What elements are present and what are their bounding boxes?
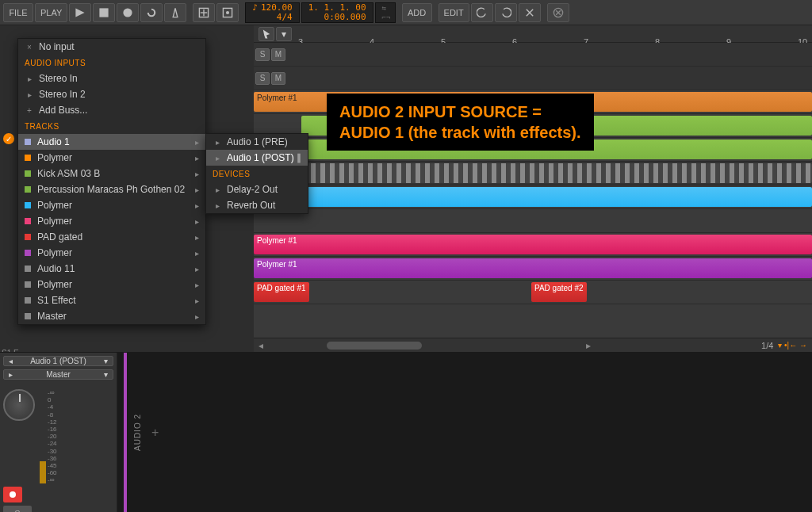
clip-blue[interactable]: Polymer #1: [254, 187, 812, 207]
mute-button[interactable]: M: [271, 48, 285, 61]
add-button[interactable]: ADD: [402, 3, 432, 22]
top-toolbar: FILE PLAY ♪120.00 4/4 1. 1. 1. 00 0:00.0…: [0, 0, 812, 25]
undo-icon[interactable]: [471, 3, 493, 22]
svg-marker-9: [263, 29, 270, 38]
menu-polymer-5[interactable]: Polymer▸: [18, 277, 205, 292]
overdub-icon[interactable]: [193, 3, 215, 22]
menu-polymer-4[interactable]: Polymer▸: [18, 245, 205, 261]
submenu-delay2[interactable]: ▸Delay-2 Out: [206, 181, 308, 197]
menu-polymer-1[interactable]: Polymer▸: [18, 150, 205, 166]
svg-point-7: [226, 10, 229, 13]
zoom-info[interactable]: 1/4: [761, 341, 773, 350]
menu-percussion[interactable]: Percussion Maracas Ph Gothen 02▸: [18, 181, 205, 197]
pan-knob[interactable]: [3, 389, 35, 421]
input-source-menu: ×No input Audio Inputs ▸Stereo In ▸Stere…: [17, 38, 206, 325]
arrangement-area: ▾ 3 4 5 6 7 8 9 10 S M S M: [254, 25, 812, 352]
solo-button-large[interactable]: S: [3, 506, 32, 512]
bottom-panel: ◂Audio 1 (POST)▾ ▸Master▾ -∞ 0 -4 -8 -12…: [0, 352, 812, 512]
menu-section-audio-inputs: Audio Inputs: [18, 55, 205, 71]
record-icon[interactable]: [117, 3, 139, 22]
play-label-button[interactable]: PLAY: [35, 3, 67, 22]
punch-display[interactable]: ⇆ ⌐¬: [375, 2, 396, 23]
menu-stereo-in-2[interactable]: ▸Stereo In 2: [18, 86, 205, 102]
audio1-submenu: ▸Audio 1 (PRE) ▸Audio 1 (POST)∥ Devices …: [205, 133, 308, 214]
cut-icon[interactable]: [519, 3, 541, 22]
solo-button[interactable]: S: [255, 72, 270, 85]
position-display[interactable]: 1. 1. 1. 00 0:00.000: [301, 2, 373, 23]
loop-icon[interactable]: [140, 3, 163, 22]
tracks-area[interactable]: S M S M Polymer #1: [254, 43, 812, 338]
menu-add-buss[interactable]: +Add Buss...: [18, 102, 205, 118]
tool-dropdown-icon[interactable]: ▾: [276, 27, 292, 41]
submenu-reverb[interactable]: ▸Reverb Out: [206, 197, 308, 213]
submenu-section-devices: Devices: [206, 166, 308, 181]
device-chain-area[interactable]: AUDIO 2 +: [117, 353, 812, 512]
menu-audio-1[interactable]: Audio 1▸: [18, 134, 205, 150]
submenu-audio1-post[interactable]: ▸Audio 1 (POST)∥: [206, 150, 308, 166]
automation-write-icon[interactable]: [216, 3, 239, 22]
horizontal-scrollbar[interactable]: ◂ ▸ 1/4 ▾ •|← →: [254, 338, 812, 352]
mute-button[interactable]: M: [271, 72, 285, 85]
menu-polymer-3[interactable]: Polymer▸: [18, 213, 205, 229]
menu-kick[interactable]: Kick ASM 03 B▸: [18, 166, 205, 181]
clip-pad-gated-1[interactable]: PAD gated #1: [254, 282, 309, 302]
menu-polymer-2[interactable]: Polymer▸: [18, 197, 205, 213]
metronome-icon[interactable]: [164, 3, 186, 22]
level-meter: [40, 396, 46, 483]
timeline-ruler[interactable]: ▾ 3 4 5 6 7 8 9 10: [254, 25, 812, 43]
menu-master[interactable]: Master▸: [18, 308, 205, 324]
stop-icon[interactable]: [93, 3, 115, 22]
meter-value: 4/4: [277, 13, 293, 22]
scroll-thumb[interactable]: [327, 342, 422, 350]
clip-waveform[interactable]: [254, 163, 812, 183]
scroll-right-icon[interactable]: ▸: [586, 340, 591, 351]
pointer-tool-icon[interactable]: [259, 27, 274, 41]
submenu-audio1-pre[interactable]: ▸Audio 1 (PRE): [206, 134, 308, 150]
menu-s1-effect[interactable]: S1 Effect▸: [18, 292, 205, 308]
file-button[interactable]: FILE: [3, 3, 33, 22]
close-icon[interactable]: [547, 3, 569, 22]
input-dropdown[interactable]: ◂Audio 1 (POST)▾: [3, 356, 113, 366]
zoom-controls-icon[interactable]: ▾ •|← →: [778, 341, 807, 350]
track-color-stripe: [124, 353, 127, 512]
clip-purple[interactable]: Polymer #1: [254, 258, 812, 278]
track-vertical-label: AUDIO 2: [133, 414, 142, 451]
svg-point-2: [124, 8, 132, 17]
tempo-value: 120.00: [261, 3, 293, 13]
add-device-icon[interactable]: +: [151, 426, 159, 440]
annotation-overlay: AUDIO 2 INPUT SOURCE = AUDIO 1 (the trac…: [327, 94, 594, 151]
menu-section-tracks: Tracks: [18, 118, 205, 134]
menu-pad-gated[interactable]: PAD gated▸: [18, 229, 205, 245]
inspector-left: ◂Audio 1 (POST)▾ ▸Master▾ -∞ 0 -4 -8 -12…: [0, 353, 117, 512]
svg-point-10: [10, 491, 16, 498]
menu-audio-11[interactable]: Audio 11▸: [18, 261, 205, 277]
meter-scale: -∞ 0 -4 -8 -12 -16 -20 -24 -30 -36 -45 -…: [48, 389, 57, 483]
redo-icon[interactable]: [495, 3, 517, 22]
svg-marker-0: [76, 8, 85, 17]
clip-pad-gated-2[interactable]: PAD gated #2: [531, 282, 587, 302]
position-bars: 1. 1. 1. 00: [308, 3, 366, 13]
solo-button[interactable]: S: [255, 48, 270, 61]
play-icon[interactable]: [69, 3, 91, 22]
position-time: 0:00.000: [308, 13, 366, 22]
menu-stereo-in[interactable]: ▸Stereo In: [18, 71, 205, 86]
clip-pink[interactable]: Polymer #1: [254, 235, 812, 254]
selected-track-checkmark-icon: ✓: [3, 133, 14, 144]
scroll-left-icon[interactable]: ◂: [259, 340, 263, 351]
record-arm-button[interactable]: [3, 487, 22, 502]
output-dropdown[interactable]: ▸Master▾: [3, 369, 113, 380]
svg-rect-1: [100, 8, 109, 17]
menu-no-input[interactable]: ×No input: [18, 39, 205, 55]
edit-button[interactable]: EDIT: [439, 3, 469, 22]
tempo-display[interactable]: ♪120.00 4/4: [245, 2, 299, 23]
